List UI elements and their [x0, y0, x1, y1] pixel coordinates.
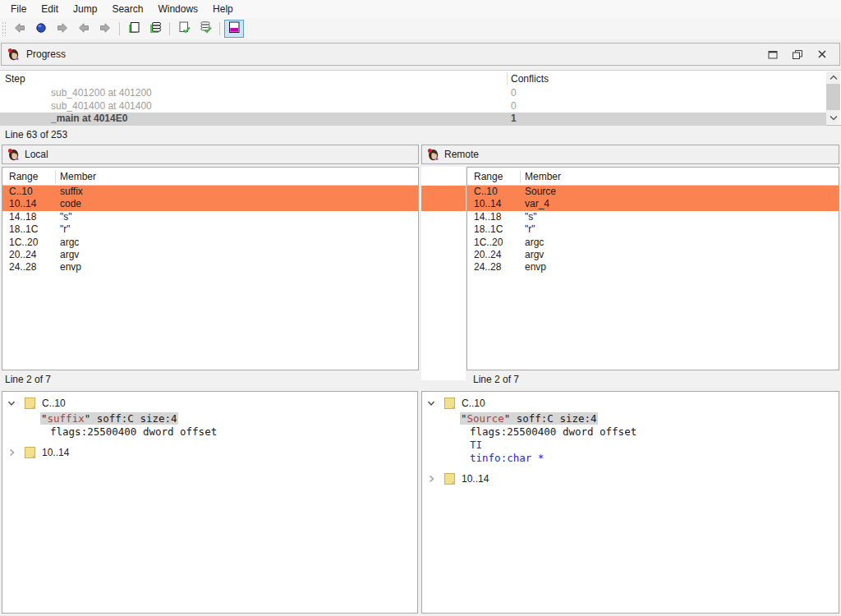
range-cell: 18..1C — [9, 223, 38, 236]
scroll-down-icon[interactable] — [826, 112, 840, 124]
page-diff-button[interactable] — [124, 20, 144, 38]
member-row[interactable]: 14..18"s" — [2, 211, 418, 223]
member-row[interactable]: 20..24argv — [2, 249, 418, 261]
float-button[interactable] — [785, 45, 810, 63]
tree-detail-line[interactable]: flags:25500400 dword offset — [470, 425, 839, 439]
menu-file[interactable]: File — [3, 1, 34, 17]
member-cell: argc — [525, 237, 544, 249]
column-header-conflicts[interactable]: Conflicts — [511, 73, 549, 85]
progress-window-title: Progress — [26, 48, 66, 60]
tree-detail-line[interactable]: "suffix" soff:C size:4 — [40, 412, 417, 425]
maximize-button[interactable] — [761, 45, 785, 63]
detail-text: soff:C size:4 — [510, 412, 596, 425]
tree-node-C--10[interactable]: C..10 — [2, 394, 417, 412]
remote-table-header[interactable]: Range Member — [467, 168, 839, 186]
range-cell: C..10 — [474, 186, 498, 198]
member-row[interactable]: 18..1C"r" — [467, 223, 839, 236]
member-row[interactable]: 20..24argv — [467, 249, 839, 261]
menu-edit[interactable]: Edit — [34, 1, 66, 17]
merge-view-button[interactable] — [224, 20, 244, 38]
menu-windows[interactable]: Windows — [150, 1, 205, 17]
member-row[interactable]: 24..28envp — [2, 261, 418, 274]
chevron-right-icon[interactable] — [7, 448, 18, 457]
member-cell: envp — [525, 261, 546, 274]
column-header-member[interactable]: Member — [525, 171, 561, 182]
step-row[interactable]: sub_401200 at 4012000 — [0, 87, 826, 100]
nav-forward-button[interactable] — [53, 20, 72, 38]
range-cell: 20..24 — [9, 249, 36, 261]
local-table-header[interactable]: Range Member — [2, 168, 418, 186]
current-position-button[interactable] — [31, 20, 51, 38]
detail-text: " — [41, 412, 48, 425]
folder-icon — [444, 398, 455, 409]
progress-window-titlebar[interactable]: Progress — [1, 43, 840, 66]
remote-line-status: Line 2 of 7 — [466, 371, 841, 388]
member-cell: var_4 — [525, 198, 549, 210]
tree-node-C--10[interactable]: C..10 — [422, 394, 839, 412]
page-accept-button[interactable] — [174, 20, 194, 38]
scrollbar-thumb[interactable] — [826, 84, 840, 110]
step-row[interactable]: sub_401400 at 4014000 — [0, 100, 826, 113]
menu-bar: FileEditJumpSearchWindowsHelp — [0, 0, 841, 18]
tree-detail-line[interactable]: flags:25500400 dword offset — [50, 425, 417, 439]
column-header-range[interactable]: Range — [474, 171, 503, 182]
tree-detail-line[interactable]: TI — [470, 439, 839, 452]
column-separator[interactable] — [55, 170, 56, 183]
member-row[interactable]: 10..14code — [2, 198, 418, 210]
tree-detail-line[interactable]: tinfo:char * — [470, 452, 839, 465]
menu-help[interactable]: Help — [205, 1, 241, 17]
member-row[interactable]: 18..1C"r" — [2, 223, 418, 236]
member-cell: "r" — [525, 223, 535, 236]
column-header-member[interactable]: Member — [60, 171, 96, 182]
prev-item-button[interactable] — [74, 20, 94, 38]
page-check-icon — [177, 21, 191, 37]
member-row[interactable]: C..10suffix — [2, 186, 418, 198]
remote-member-table: Range Member C..10Source10..14var_414..1… — [466, 167, 839, 370]
member-row[interactable]: C..10Source — [467, 186, 839, 198]
column-header-range[interactable]: Range — [9, 171, 38, 182]
step-name: sub_401200 at 401200 — [51, 87, 152, 100]
folder-icon — [25, 398, 35, 409]
tree-node-10--14[interactable]: 10..14 — [2, 444, 417, 462]
toolbar-separator — [219, 22, 220, 35]
local-line-status: Line 2 of 7 — [0, 371, 420, 388]
tree-detail-line[interactable]: "Source" soff:C size:4 — [460, 412, 839, 425]
column-separator[interactable] — [520, 170, 521, 183]
step-table-header[interactable]: Step Conflicts — [0, 71, 841, 87]
member-cell: suffix — [60, 186, 83, 198]
chevron-down-icon[interactable] — [7, 398, 18, 408]
scroll-up-icon[interactable] — [826, 71, 840, 84]
menu-jump[interactable]: Jump — [66, 1, 104, 17]
member-row[interactable]: 1C..20argc — [2, 237, 418, 249]
range-cell: 24..28 — [9, 261, 36, 274]
column-header-step[interactable]: Step — [5, 73, 25, 85]
ida-app-icon — [7, 148, 20, 161]
member-row[interactable]: 10..14var_4 — [467, 198, 839, 210]
local-pane-header: Local — [2, 145, 419, 164]
member-row[interactable]: 14..18"s" — [467, 211, 839, 223]
nav-back-button[interactable] — [10, 20, 30, 38]
stack-accept-button[interactable] — [195, 20, 215, 38]
remote-pane-title: Remote — [444, 149, 479, 160]
step-table-scrollbar[interactable] — [826, 71, 840, 124]
member-cell: envp — [60, 261, 81, 274]
menu-search[interactable]: Search — [104, 1, 150, 17]
member-row[interactable]: 1C..20argc — [467, 237, 839, 249]
chevron-right-icon[interactable] — [426, 474, 438, 484]
tree-node-label: C..10 — [462, 398, 485, 409]
close-button[interactable] — [810, 45, 834, 63]
step-row[interactable]: _main at 4014E01 — [0, 113, 826, 126]
toolbar-separator — [119, 22, 120, 35]
stack-diff-button[interactable] — [145, 20, 165, 38]
step-name: _main at 4014E0 — [51, 113, 127, 126]
tree-node-10--14[interactable]: 10..14 — [422, 470, 839, 488]
merge-gutter — [421, 167, 466, 380]
next-item-button[interactable] — [95, 20, 115, 38]
local-member-table: Range Member C..10suffix10..14code14..18… — [2, 167, 419, 370]
member-row[interactable]: 24..28envp — [467, 261, 839, 274]
toolbar-grip-handle[interactable] — [2, 21, 7, 36]
range-cell: 1C..20 — [474, 237, 503, 249]
chevron-down-icon[interactable] — [426, 398, 438, 408]
range-cell: 14..18 — [9, 211, 36, 223]
column-separator[interactable] — [507, 72, 508, 85]
